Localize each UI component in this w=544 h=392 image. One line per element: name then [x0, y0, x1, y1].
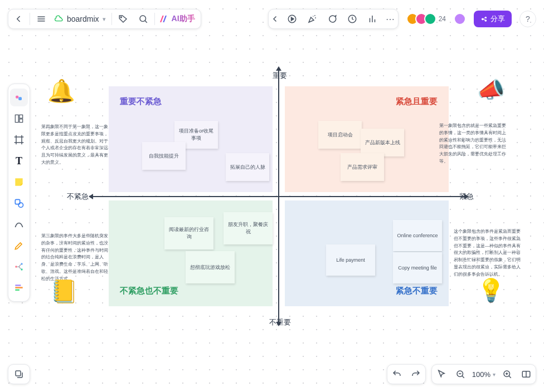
ai-label-text: AI助手: [172, 14, 195, 24]
avatars[interactable]: 24: [406, 13, 446, 25]
sticky-note[interactable]: 产品新版本上线: [361, 129, 404, 156]
right-pill: ⋯: [268, 9, 399, 29]
tool-frame[interactable]: [10, 131, 28, 149]
view-controls-group: 100% ▾: [431, 364, 536, 384]
svg-line-5: [145, 21, 147, 23]
tool-shape[interactable]: [10, 194, 28, 212]
axis-label-left: 不紧急: [67, 192, 89, 202]
svg-rect-14: [15, 115, 18, 122]
help-button[interactable]: ?: [519, 11, 536, 27]
top-right-group: ⋯ 24 分享 ?: [268, 9, 536, 29]
svg-rect-27: [15, 287, 22, 288]
redo-button[interactable]: [406, 364, 425, 384]
commentary-bl[interactable]: 第三象限的事件大多是些随机突发的杂事，没有时间的紧迫性，也没有任何的重要性，这种…: [41, 233, 108, 283]
pointer-mode[interactable]: [432, 364, 451, 384]
ai-logo-icon: [158, 14, 168, 24]
chevron-down-icon[interactable]: ▾: [493, 371, 498, 378]
quadrant-title: 不紧急也不重要: [120, 286, 178, 296]
avatar: [424, 13, 436, 25]
tool-mindmap[interactable]: [10, 258, 28, 276]
tool-select[interactable]: [10, 89, 28, 106]
menu-button[interactable]: [31, 9, 51, 29]
sticky-note[interactable]: 项目启动会: [318, 121, 362, 149]
svg-rect-15: [20, 115, 23, 118]
quadrant-title: 紧急不重要: [396, 286, 438, 296]
zoom-out-button[interactable]: [451, 364, 470, 384]
commentary-br[interactable]: 这个象限包含的事件是紧急而重要但不重要的事项，这些事件很紧急但不重要，这是—种似…: [454, 228, 521, 278]
zoom-level[interactable]: 100%: [470, 370, 493, 379]
doc-title-text: boardmix: [67, 14, 99, 23]
axis-label-top: 重要: [273, 71, 287, 81]
chart-button[interactable]: [362, 9, 382, 29]
history-button[interactable]: [342, 9, 362, 29]
svg-rect-16: [20, 119, 23, 122]
back-button[interactable]: [8, 9, 28, 29]
tag-button[interactable]: [113, 9, 133, 29]
tool-more[interactable]: [10, 279, 28, 297]
sticky-note[interactable]: 自我技能提升: [142, 142, 186, 170]
celebrate-button[interactable]: [302, 9, 322, 29]
axis-vertical: [278, 70, 279, 323]
svg-rect-13: [18, 97, 22, 100]
sticky-note[interactable]: 产品需求评审: [341, 153, 384, 181]
sticky-note[interactable]: Life payment: [326, 244, 375, 276]
more-button[interactable]: ⋯: [382, 9, 398, 29]
svg-point-22: [18, 203, 23, 207]
lamp-icon: 💡: [477, 277, 505, 303]
sticky-note[interactable]: 朋友升职，聚餐庆祝: [224, 212, 273, 244]
quadrant-title: 重要不紧急: [120, 96, 162, 107]
axis-label-right: 紧急: [459, 192, 474, 202]
chevron-left-small[interactable]: [269, 9, 282, 29]
bell-icon: 🔔: [47, 78, 75, 104]
svg-line-32: [462, 376, 464, 378]
commentary-tr[interactable]: 第一象限包含的就是一些紧急重要的事情，这一类的事情具有时间上的紧迫性和影响力的重…: [439, 122, 506, 165]
current-user-avatar[interactable]: [454, 13, 466, 25]
tool-sticky[interactable]: [10, 173, 28, 191]
undo-button[interactable]: [387, 364, 406, 384]
sticky-note[interactable]: 阅读最新的行业咨询: [164, 217, 213, 249]
minimap-button[interactable]: [517, 364, 536, 384]
sticky-note[interactable]: 拓展自己的人脉: [226, 153, 269, 181]
svg-rect-12: [16, 96, 18, 99]
bottom-right-bar: 100% ▾: [387, 364, 536, 384]
ai-assistant-button[interactable]: AI助手: [156, 14, 201, 24]
tool-text[interactable]: T: [10, 152, 28, 170]
share-icon: [480, 15, 488, 23]
svg-marker-7: [291, 17, 294, 21]
left-toolbar: T: [8, 84, 30, 302]
play-button[interactable]: [282, 9, 302, 29]
svg-rect-26: [15, 285, 21, 286]
share-button[interactable]: 分享: [474, 11, 512, 27]
megaphone-icon: 📣: [477, 77, 505, 103]
sticky-note[interactable]: Online conference: [393, 220, 442, 251]
svg-point-23: [15, 266, 17, 267]
doc-title[interactable]: boardmix ▾: [51, 14, 110, 24]
comment-button[interactable]: [322, 9, 342, 29]
svg-line-36: [509, 376, 511, 378]
notebook-icon: 📒: [50, 278, 78, 305]
share-label: 分享: [490, 14, 505, 24]
sticky-note[interactable]: 想彻底玩游戏放松: [186, 251, 235, 283]
svg-point-3: [120, 17, 122, 18]
undo-redo-group: [387, 364, 426, 384]
tool-template[interactable]: [10, 110, 28, 128]
quadrant-diagram[interactable]: 重要不紧急 紧急且重要 不紧急也不重要 紧急不重要 项目准备or收尾事项 自我技…: [109, 86, 449, 306]
search-button[interactable]: [133, 9, 153, 29]
axis-label-bottom: 不重要: [269, 317, 291, 327]
layers-button[interactable]: [8, 364, 30, 384]
sticky-note[interactable]: Copy meeting file: [393, 252, 442, 283]
svg-point-4: [140, 16, 146, 22]
chevron-down-icon: ▾: [103, 16, 106, 23]
svg-rect-28: [15, 290, 19, 291]
commentary-tl[interactable]: 第四象限不同于第一象限，这一象限更多是指重点攻克的重要事项，观察、反思自我更大的…: [41, 124, 108, 166]
left-pill: boardmix ▾ AI助手: [8, 9, 201, 29]
svg-point-25: [21, 268, 22, 270]
svg-rect-29: [16, 371, 21, 376]
avatar-count: 24: [439, 15, 446, 23]
quadrant-title: 紧急且重要: [396, 96, 438, 107]
svg-point-24: [21, 263, 22, 264]
tool-pen[interactable]: [10, 237, 28, 254]
cloud-icon: [55, 14, 64, 24]
tool-connector[interactable]: [10, 215, 28, 233]
zoom-in-button[interactable]: [498, 364, 517, 384]
